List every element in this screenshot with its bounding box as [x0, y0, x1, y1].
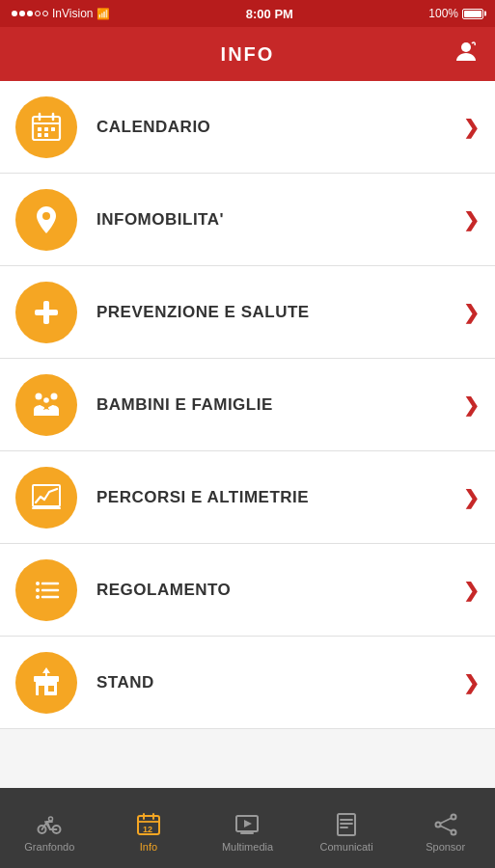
- prevenzione-icon-circle: [15, 282, 77, 343]
- menu-item-regolamento[interactable]: REGOLAMENTO ❯: [0, 544, 495, 637]
- status-right: 100%: [428, 7, 483, 20]
- dot2: [19, 11, 25, 16]
- tab-granfondo[interactable]: Granfondo: [0, 804, 99, 853]
- svg-point-15: [43, 397, 49, 403]
- calendario-icon-circle: [15, 96, 77, 158]
- percorsi-icon-circle: [15, 467, 77, 529]
- tab-sponsor[interactable]: Sponsor: [396, 804, 495, 853]
- signal-dots: [12, 11, 48, 16]
- svg-rect-43: [338, 814, 355, 835]
- percorsi-chevron: ❯: [463, 486, 480, 509]
- calendario-label: CALENDARIO: [96, 118, 463, 137]
- medical-icon: [30, 296, 63, 329]
- infomobilita-label: INFOMOBILITA': [96, 210, 463, 230]
- svg-point-20: [36, 582, 40, 585]
- app-header: INFO: [0, 27, 495, 81]
- prevenzione-chevron: ❯: [463, 301, 480, 324]
- svg-point-48: [435, 822, 440, 827]
- status-bar: InVision 📶 8:00 PM 100%: [0, 0, 495, 27]
- svg-line-51: [440, 826, 451, 831]
- prevenzione-label: PREVENZIONE E SALUTE: [96, 303, 463, 322]
- battery-percent: 100%: [428, 7, 458, 20]
- svg-marker-31: [42, 667, 50, 673]
- dot3: [27, 11, 33, 16]
- dot5: [42, 11, 48, 16]
- dot1: [12, 11, 17, 16]
- location-icon: [30, 203, 63, 236]
- svg-marker-41: [244, 820, 252, 827]
- stand-icon-circle: [15, 652, 77, 714]
- svg-line-50: [440, 818, 451, 824]
- svg-rect-9: [44, 133, 48, 137]
- svg-point-13: [36, 393, 42, 399]
- stand-icon: [30, 666, 63, 699]
- chart-icon: [30, 481, 63, 514]
- svg-point-47: [451, 814, 455, 819]
- bambini-icon-circle: [15, 374, 77, 436]
- svg-text:12: 12: [143, 825, 152, 834]
- carrier-name: InVision: [52, 7, 93, 20]
- stand-label: STAND: [96, 673, 463, 692]
- share-icon: [433, 812, 458, 837]
- menu-item-prevenzione[interactable]: PREVENZIONE E SALUTE ❯: [0, 266, 495, 359]
- regolamento-chevron: ❯: [463, 579, 480, 602]
- bambini-chevron: ❯: [463, 393, 480, 417]
- wifi-icon: 📶: [96, 8, 110, 20]
- tab-comunicati[interactable]: Comunicati: [297, 804, 397, 853]
- svg-rect-8: [38, 133, 41, 137]
- infomobilita-chevron: ❯: [463, 208, 480, 231]
- battery-fill: [464, 11, 481, 17]
- tab-granfondo-label: Granfondo: [24, 841, 74, 853]
- calendario-icon: [30, 111, 63, 144]
- tab-comunicati-label: Comunicati: [320, 841, 373, 853]
- menu-list: CALENDARIO ❯ INFOMOBILITA' ❯ PREVENZ: [0, 81, 495, 729]
- tab-multimedia-label: Multimedia: [222, 841, 273, 853]
- family-icon: [30, 389, 63, 421]
- svg-rect-5: [38, 127, 41, 131]
- list-icon: [30, 574, 63, 607]
- svg-point-14: [51, 393, 58, 399]
- svg-rect-28: [39, 686, 44, 695]
- calendario-chevron: ❯: [463, 116, 480, 139]
- status-time: 8:00 PM: [246, 7, 293, 21]
- svg-point-0: [461, 42, 471, 52]
- percorsi-label: PERCORSI E ALTIMETRIE: [96, 488, 463, 507]
- bambini-label: BAMBINI E FAMIGLIE: [96, 395, 463, 415]
- bike-icon: [37, 812, 62, 837]
- regolamento-icon-circle: [15, 559, 77, 621]
- svg-rect-7: [51, 127, 55, 131]
- menu-item-calendario[interactable]: CALENDARIO ❯: [0, 81, 495, 174]
- calendar-tab-icon: 12: [136, 812, 161, 837]
- header-logo-icon[interactable]: [453, 38, 480, 70]
- svg-rect-6: [44, 127, 48, 131]
- multimedia-icon: [234, 812, 260, 837]
- infomobilita-icon-circle: [15, 189, 77, 251]
- svg-rect-29: [48, 686, 54, 692]
- page-title: INFO: [221, 43, 275, 66]
- svg-point-49: [451, 829, 455, 834]
- svg-rect-12: [35, 310, 58, 315]
- menu-item-bambini[interactable]: BAMBINI E FAMIGLIE ❯: [0, 359, 495, 451]
- tab-sponsor-label: Sponsor: [426, 841, 465, 853]
- svg-point-10: [42, 212, 50, 220]
- svg-point-24: [36, 595, 40, 599]
- menu-item-percorsi[interactable]: PERCORSI E ALTIMETRIE ❯: [0, 451, 495, 544]
- battery-icon: [462, 9, 483, 19]
- tab-multimedia[interactable]: Multimedia: [198, 804, 297, 853]
- tab-info-label: Info: [140, 841, 157, 853]
- svg-point-34: [49, 817, 53, 821]
- tab-info[interactable]: 12 Info: [99, 804, 199, 853]
- menu-item-infomobilita[interactable]: INFOMOBILITA' ❯: [0, 174, 495, 266]
- tab-bar: Granfondo 12 Info Multimedia: [0, 788, 495, 868]
- document-icon: [334, 812, 359, 837]
- regolamento-label: REGOLAMENTO: [96, 581, 463, 600]
- dot4: [35, 11, 41, 16]
- content-area: CALENDARIO ❯ INFOMOBILITA' ❯ PREVENZ: [0, 81, 495, 788]
- stand-chevron: ❯: [463, 671, 480, 694]
- svg-point-22: [36, 588, 40, 592]
- menu-item-stand[interactable]: STAND ❯: [0, 637, 495, 729]
- status-left: InVision 📶: [12, 7, 110, 20]
